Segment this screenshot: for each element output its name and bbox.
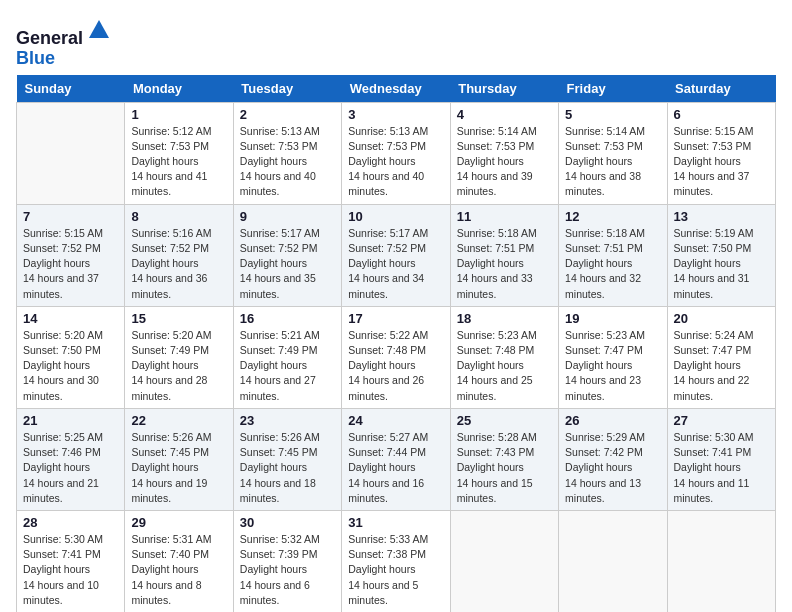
day-info: Sunrise: 5:26 AMSunset: 7:45 PMDaylight …	[240, 430, 335, 506]
day-number: 20	[674, 311, 769, 326]
calendar-cell	[559, 510, 667, 612]
calendar-cell: 18Sunrise: 5:23 AMSunset: 7:48 PMDayligh…	[450, 306, 558, 408]
logo: General Blue	[16, 16, 113, 69]
day-info: Sunrise: 5:15 AMSunset: 7:52 PMDaylight …	[23, 226, 118, 302]
day-number: 16	[240, 311, 335, 326]
day-number: 25	[457, 413, 552, 428]
day-info: Sunrise: 5:19 AMSunset: 7:50 PMDaylight …	[674, 226, 769, 302]
weekday-saturday: Saturday	[667, 75, 775, 103]
calendar-cell: 15Sunrise: 5:20 AMSunset: 7:49 PMDayligh…	[125, 306, 233, 408]
calendar-cell: 17Sunrise: 5:22 AMSunset: 7:48 PMDayligh…	[342, 306, 450, 408]
day-number: 12	[565, 209, 660, 224]
calendar-cell: 31Sunrise: 5:33 AMSunset: 7:38 PMDayligh…	[342, 510, 450, 612]
calendar-cell: 16Sunrise: 5:21 AMSunset: 7:49 PMDayligh…	[233, 306, 341, 408]
day-number: 26	[565, 413, 660, 428]
calendar-cell	[667, 510, 775, 612]
calendar-cell: 11Sunrise: 5:18 AMSunset: 7:51 PMDayligh…	[450, 204, 558, 306]
calendar-cell: 14Sunrise: 5:20 AMSunset: 7:50 PMDayligh…	[17, 306, 125, 408]
calendar-cell: 13Sunrise: 5:19 AMSunset: 7:50 PMDayligh…	[667, 204, 775, 306]
day-info: Sunrise: 5:23 AMSunset: 7:48 PMDaylight …	[457, 328, 552, 404]
calendar-cell: 22Sunrise: 5:26 AMSunset: 7:45 PMDayligh…	[125, 408, 233, 510]
day-number: 18	[457, 311, 552, 326]
day-number: 23	[240, 413, 335, 428]
calendar-cell: 27Sunrise: 5:30 AMSunset: 7:41 PMDayligh…	[667, 408, 775, 510]
day-number: 22	[131, 413, 226, 428]
logo-blue: Blue	[16, 48, 55, 68]
logo-general: General	[16, 28, 83, 48]
logo-icon	[85, 16, 113, 44]
calendar-cell	[17, 102, 125, 204]
day-number: 3	[348, 107, 443, 122]
weekday-monday: Monday	[125, 75, 233, 103]
calendar-cell: 9Sunrise: 5:17 AMSunset: 7:52 PMDaylight…	[233, 204, 341, 306]
calendar-cell: 2Sunrise: 5:13 AMSunset: 7:53 PMDaylight…	[233, 102, 341, 204]
calendar-cell: 10Sunrise: 5:17 AMSunset: 7:52 PMDayligh…	[342, 204, 450, 306]
weekday-friday: Friday	[559, 75, 667, 103]
calendar-cell: 12Sunrise: 5:18 AMSunset: 7:51 PMDayligh…	[559, 204, 667, 306]
day-info: Sunrise: 5:15 AMSunset: 7:53 PMDaylight …	[674, 124, 769, 200]
calendar-cell: 19Sunrise: 5:23 AMSunset: 7:47 PMDayligh…	[559, 306, 667, 408]
svg-marker-0	[89, 20, 109, 38]
calendar-cell: 5Sunrise: 5:14 AMSunset: 7:53 PMDaylight…	[559, 102, 667, 204]
calendar-cell: 23Sunrise: 5:26 AMSunset: 7:45 PMDayligh…	[233, 408, 341, 510]
day-info: Sunrise: 5:28 AMSunset: 7:43 PMDaylight …	[457, 430, 552, 506]
day-info: Sunrise: 5:26 AMSunset: 7:45 PMDaylight …	[131, 430, 226, 506]
day-number: 13	[674, 209, 769, 224]
day-info: Sunrise: 5:20 AMSunset: 7:50 PMDaylight …	[23, 328, 118, 404]
calendar-cell: 25Sunrise: 5:28 AMSunset: 7:43 PMDayligh…	[450, 408, 558, 510]
calendar-cell: 7Sunrise: 5:15 AMSunset: 7:52 PMDaylight…	[17, 204, 125, 306]
calendar-week-2: 7Sunrise: 5:15 AMSunset: 7:52 PMDaylight…	[17, 204, 776, 306]
day-info: Sunrise: 5:30 AMSunset: 7:41 PMDaylight …	[674, 430, 769, 506]
day-number: 27	[674, 413, 769, 428]
day-info: Sunrise: 5:14 AMSunset: 7:53 PMDaylight …	[457, 124, 552, 200]
day-info: Sunrise: 5:17 AMSunset: 7:52 PMDaylight …	[240, 226, 335, 302]
calendar-cell	[450, 510, 558, 612]
day-number: 21	[23, 413, 118, 428]
day-number: 6	[674, 107, 769, 122]
calendar-cell: 8Sunrise: 5:16 AMSunset: 7:52 PMDaylight…	[125, 204, 233, 306]
day-info: Sunrise: 5:33 AMSunset: 7:38 PMDaylight …	[348, 532, 443, 608]
day-info: Sunrise: 5:21 AMSunset: 7:49 PMDaylight …	[240, 328, 335, 404]
calendar-cell: 30Sunrise: 5:32 AMSunset: 7:39 PMDayligh…	[233, 510, 341, 612]
calendar-cell: 3Sunrise: 5:13 AMSunset: 7:53 PMDaylight…	[342, 102, 450, 204]
day-number: 17	[348, 311, 443, 326]
calendar-week-4: 21Sunrise: 5:25 AMSunset: 7:46 PMDayligh…	[17, 408, 776, 510]
day-number: 5	[565, 107, 660, 122]
day-info: Sunrise: 5:24 AMSunset: 7:47 PMDaylight …	[674, 328, 769, 404]
day-info: Sunrise: 5:12 AMSunset: 7:53 PMDaylight …	[131, 124, 226, 200]
calendar-cell: 6Sunrise: 5:15 AMSunset: 7:53 PMDaylight…	[667, 102, 775, 204]
day-info: Sunrise: 5:17 AMSunset: 7:52 PMDaylight …	[348, 226, 443, 302]
day-number: 30	[240, 515, 335, 530]
calendar-cell: 4Sunrise: 5:14 AMSunset: 7:53 PMDaylight…	[450, 102, 558, 204]
calendar-cell: 20Sunrise: 5:24 AMSunset: 7:47 PMDayligh…	[667, 306, 775, 408]
day-number: 1	[131, 107, 226, 122]
calendar-cell: 24Sunrise: 5:27 AMSunset: 7:44 PMDayligh…	[342, 408, 450, 510]
day-info: Sunrise: 5:31 AMSunset: 7:40 PMDaylight …	[131, 532, 226, 608]
day-info: Sunrise: 5:30 AMSunset: 7:41 PMDaylight …	[23, 532, 118, 608]
day-number: 28	[23, 515, 118, 530]
day-number: 9	[240, 209, 335, 224]
weekday-header-row: SundayMondayTuesdayWednesdayThursdayFrid…	[17, 75, 776, 103]
day-info: Sunrise: 5:23 AMSunset: 7:47 PMDaylight …	[565, 328, 660, 404]
day-number: 29	[131, 515, 226, 530]
day-info: Sunrise: 5:27 AMSunset: 7:44 PMDaylight …	[348, 430, 443, 506]
day-number: 10	[348, 209, 443, 224]
day-info: Sunrise: 5:18 AMSunset: 7:51 PMDaylight …	[457, 226, 552, 302]
day-number: 4	[457, 107, 552, 122]
day-info: Sunrise: 5:25 AMSunset: 7:46 PMDaylight …	[23, 430, 118, 506]
calendar-body: 1Sunrise: 5:12 AMSunset: 7:53 PMDaylight…	[17, 102, 776, 612]
day-info: Sunrise: 5:20 AMSunset: 7:49 PMDaylight …	[131, 328, 226, 404]
day-number: 11	[457, 209, 552, 224]
day-number: 14	[23, 311, 118, 326]
day-info: Sunrise: 5:32 AMSunset: 7:39 PMDaylight …	[240, 532, 335, 608]
weekday-thursday: Thursday	[450, 75, 558, 103]
calendar-cell: 1Sunrise: 5:12 AMSunset: 7:53 PMDaylight…	[125, 102, 233, 204]
weekday-sunday: Sunday	[17, 75, 125, 103]
day-number: 19	[565, 311, 660, 326]
day-info: Sunrise: 5:16 AMSunset: 7:52 PMDaylight …	[131, 226, 226, 302]
calendar-cell: 29Sunrise: 5:31 AMSunset: 7:40 PMDayligh…	[125, 510, 233, 612]
calendar-cell: 26Sunrise: 5:29 AMSunset: 7:42 PMDayligh…	[559, 408, 667, 510]
page-header: General Blue	[16, 16, 776, 69]
day-number: 7	[23, 209, 118, 224]
calendar-cell: 28Sunrise: 5:30 AMSunset: 7:41 PMDayligh…	[17, 510, 125, 612]
